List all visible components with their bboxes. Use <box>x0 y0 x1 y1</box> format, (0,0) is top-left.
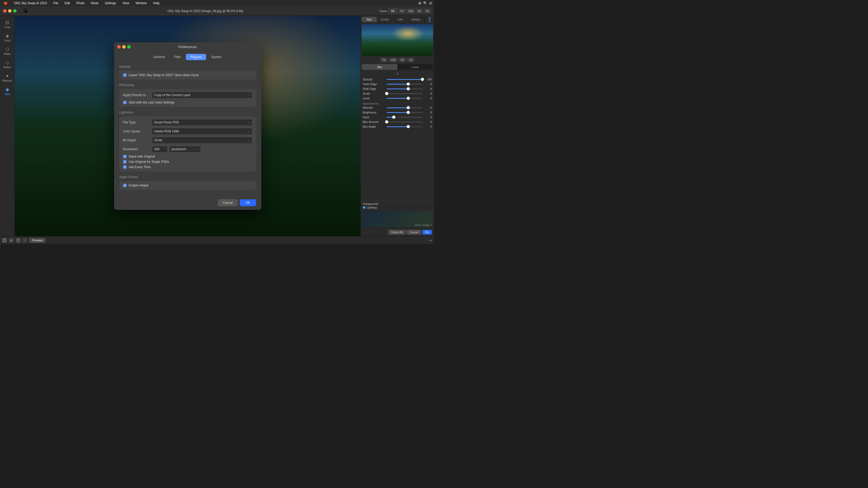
tab-local[interactable]: Local <box>398 64 433 70</box>
reset-all-button[interactable]: Reset All <box>388 230 405 234</box>
local-icon: ◈ <box>4 33 10 39</box>
resolution-unit-select[interactable]: pixels/inch ⌄ <box>169 146 201 153</box>
edit-panel-icon[interactable]: Edit <box>428 17 431 22</box>
dropdown-arrow-icon-4: ⌄ <box>248 139 250 141</box>
preview-button[interactable]: Preview <box>29 238 45 243</box>
dialog-close-button[interactable] <box>117 45 121 48</box>
minimize-button[interactable] <box>8 9 11 12</box>
color-space-select[interactable]: Adobe RGB 1998 ⌄ <box>152 128 252 135</box>
zoom-25-button[interactable]: 25 <box>424 9 431 13</box>
nav-tab-info[interactable]: Info <box>393 17 408 22</box>
dialog-maximize-button[interactable] <box>127 45 131 48</box>
shift-edge-thumb[interactable] <box>407 87 410 90</box>
brightness-slider[interactable] <box>387 112 423 113</box>
tool-rect[interactable] <box>2 238 7 243</box>
nav-zoom-25[interactable]: 25 <box>407 58 414 62</box>
lightroom-section-title: Lightroom <box>119 110 256 114</box>
sidebar-item-mask[interactable]: ⬡ Mask <box>1 45 13 57</box>
tab-general[interactable]: General <box>149 54 169 60</box>
blur-angle-thumb[interactable] <box>407 125 410 128</box>
expand-button[interactable]: ∧ <box>361 71 434 76</box>
refine-icon: ◇ <box>4 60 10 65</box>
nav-zoom-100[interactable]: 100 <box>389 58 397 62</box>
menu-settings[interactable]: Settings <box>103 1 118 5</box>
nav-zoom-50[interactable]: 50 <box>399 58 406 62</box>
resolution-unit-value: pixels/inch <box>172 148 186 151</box>
enable-helper-checkbox[interactable]: ✓ <box>123 184 127 187</box>
start-last-used-label: Start with the Last Used Settings <box>129 101 175 104</box>
zoom-fit-button[interactable]: Fit <box>399 9 405 13</box>
menu-edit[interactable]: Edit <box>63 1 72 5</box>
tab-sky[interactable]: Sky <box>362 64 398 70</box>
tool-check[interactable]: ✓ <box>23 238 27 243</box>
menu-help[interactable]: Help <box>151 1 161 5</box>
file-type-select[interactable]: Smart Photo PSD ⌄ <box>152 119 252 126</box>
zoom-100-button[interactable]: 100 <box>406 9 415 13</box>
nav-tab-nav[interactable]: Nav <box>362 17 377 22</box>
sidebar-item-view[interactable]: ◉ View <box>1 85 13 97</box>
warmth-thumb[interactable] <box>407 106 410 109</box>
level-slider[interactable] <box>387 98 423 99</box>
menu-file[interactable]: File <box>52 1 60 5</box>
file-type-label: File Type <box>123 121 152 124</box>
sidebar-item-retouch[interactable]: ✦ Retouch <box>1 71 13 84</box>
menu-window[interactable]: Window <box>134 1 149 5</box>
tab-plugins[interactable]: Plug-ins <box>186 54 206 60</box>
blur-angle-slider[interactable] <box>387 126 423 127</box>
brightness-row: Brightness 0 <box>363 111 432 114</box>
dialog-minimize-button[interactable] <box>122 45 126 48</box>
nav-tab-history[interactable]: History <box>408 17 424 22</box>
stack-original-checkbox[interactable]: ✓ <box>123 155 127 158</box>
level-thumb[interactable] <box>407 97 410 100</box>
do-button[interactable]: Do <box>423 230 432 234</box>
fade-edge-thumb[interactable] <box>407 83 410 86</box>
haze-slider[interactable] <box>387 117 423 118</box>
nav-zoom-fit[interactable]: Fit <box>380 58 387 62</box>
maximize-button[interactable] <box>13 9 17 12</box>
apple-menu[interactable]: 🍎 <box>2 1 9 5</box>
zoom-input[interactable] <box>388 8 398 14</box>
apply-results-select[interactable]: Copy of the Current Layer ⌄ <box>152 92 252 98</box>
dots-left: ○ ● <box>428 239 432 242</box>
dropdown-arrow-icon: ⌄ <box>248 94 250 96</box>
tool-circle[interactable] <box>16 238 21 243</box>
cancel-button[interactable]: Cancel <box>218 199 238 206</box>
sidebar-item-refine[interactable]: ◇ Refine <box>1 58 13 70</box>
tab-system[interactable]: System <box>207 54 226 60</box>
menu-photo[interactable]: Photo <box>75 1 86 5</box>
warmth-slider[interactable] <box>387 107 423 108</box>
menu-view[interactable]: View <box>121 1 131 5</box>
photoshop-section: Photoshop Apply Results to Copy of the C… <box>119 83 256 107</box>
haze-thumb[interactable] <box>392 116 395 119</box>
blur-amount-slider[interactable] <box>387 122 423 122</box>
bit-depth-select[interactable]: 16-bit ⌄ <box>152 137 252 144</box>
resolution-label: Resolution <box>123 148 152 151</box>
start-last-used-checkbox[interactable]: ✓ <box>123 101 127 104</box>
sidebar-item-local[interactable]: ◈ Local <box>1 31 13 43</box>
fade-edge-slider[interactable] <box>387 84 423 85</box>
scale-slider[interactable] <box>387 93 423 94</box>
shift-edge-slider[interactable] <box>387 89 423 89</box>
resolution-input[interactable] <box>152 146 168 153</box>
sidebar-item-crop[interactable]: ⊡ Crop <box>1 18 13 30</box>
zoom-50-button[interactable]: 50 <box>416 9 423 13</box>
tool-text[interactable]: A <box>9 238 14 243</box>
menu-mask[interactable]: Mask <box>89 1 100 5</box>
cancel-button-bottom[interactable]: Cancel <box>407 230 422 234</box>
brightness-thumb[interactable] <box>407 111 410 114</box>
menu-app[interactable]: ON1 Sky Swap AI 2023 <box>12 1 49 5</box>
leave-open-checkbox[interactable]: ✓ <box>123 73 127 77</box>
use-original-checkbox[interactable]: ✓ <box>123 160 127 164</box>
general-section-box: ✓ Leave "ON1 Sky Swap AI 2023" Open when… <box>119 71 256 79</box>
refine-label: Refine <box>3 66 11 69</box>
close-button[interactable] <box>3 9 7 12</box>
nav-tab-levels[interactable]: Levels <box>377 17 392 22</box>
tab-files[interactable]: Files <box>169 54 185 60</box>
scale-thumb[interactable] <box>385 92 388 95</box>
blur-amount-thumb[interactable] <box>385 120 388 124</box>
ok-button[interactable]: OK <box>240 199 256 206</box>
ask-every-time-checkbox[interactable]: ✓ <box>123 165 127 169</box>
shift-edge-row: Shift Edge 0 <box>363 87 432 90</box>
opacity-slider[interactable] <box>387 79 423 80</box>
opacity-thumb[interactable] <box>421 78 424 81</box>
